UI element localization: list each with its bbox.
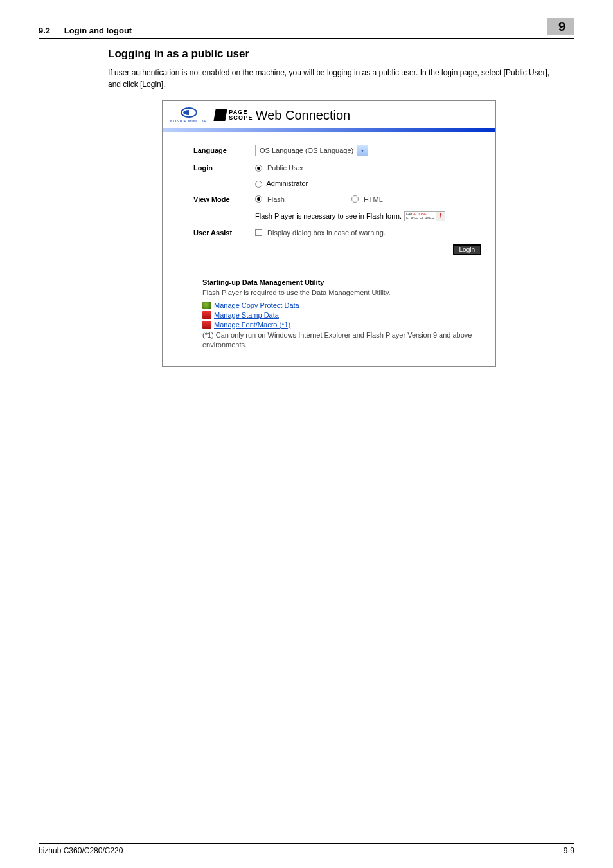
radio-html[interactable] [351,195,359,203]
logo-icon [181,107,197,118]
section-number: 9.2 [39,26,50,35]
pagescope-title: PAGE SCOPE Web Connection [215,108,350,123]
radio-public-user[interactable] [255,165,262,172]
konica-minolta-logo: KONICA MINOLTA [170,107,207,123]
flash-player-note: Flash Player is necessary to see in Flas… [255,212,402,220]
logo-brand-text: KONICA MINOLTA [170,119,207,123]
radio-html-label: HTML [364,195,383,203]
footer-page-number: 9-9 [564,846,574,855]
dmu-footnote: (*1) Can only run on Windows Internet Ex… [202,330,484,350]
login-screenshot: KONICA MINOLTA PAGE SCOPE Web Connection… [162,100,496,367]
pagescope-icon [214,109,227,121]
intro-paragraph: If user authentication is not enabled on… [108,67,553,90]
userassist-label: User Assist [193,229,255,237]
stamp-icon [202,311,211,319]
get-flash-player-badge[interactable]: Get ADOBE FLASH PLAYER f [404,211,445,221]
login-label: Login [193,164,255,172]
language-label: Language [193,147,255,154]
font-macro-icon [202,321,211,329]
pagescope-text-bot: SCOPE [229,115,253,121]
section-title: Login and logout [64,26,132,35]
userassist-checkbox[interactable] [255,229,262,236]
webconnection-text: Web Connection [256,108,351,123]
radio-flash[interactable] [255,195,262,203]
login-button[interactable]: Login [453,244,481,255]
radio-flash-label: Flash [267,195,285,203]
link-manage-copy-protect[interactable]: Manage Copy Protect Data [214,302,299,309]
flash-icon: f [436,212,445,221]
section-header: 9.2 Login and logout [39,26,132,35]
chapter-number: 9 [547,18,574,35]
link-manage-stamp[interactable]: Manage Stamp Data [214,311,279,319]
radio-administrator[interactable] [255,181,262,188]
footer-model: bizhub C360/C280/C220 [39,846,123,855]
badge-fp: FLASH PLAYER [406,216,434,220]
viewmode-label: View Mode [193,195,255,203]
language-select[interactable]: OS Language (OS Language) ▾ [255,145,368,156]
language-select-value: OS Language (OS Language) [256,147,357,154]
dmu-title: Starting-up Data Management Utility [202,278,484,286]
radio-administrator-label: Administrator [266,179,308,187]
page-heading: Logging in as a public user [108,48,553,60]
link-manage-font-macro[interactable]: Manage Font/Macro (*1) [214,321,290,329]
userassist-option-label: Display dialog box in case of warning. [267,229,386,237]
chevron-down-icon: ▾ [357,145,368,156]
radio-public-user-label: Public User [267,164,303,172]
dmu-subtitle: Flash Player is required to use the Data… [202,289,484,296]
copy-protect-icon [202,302,211,309]
